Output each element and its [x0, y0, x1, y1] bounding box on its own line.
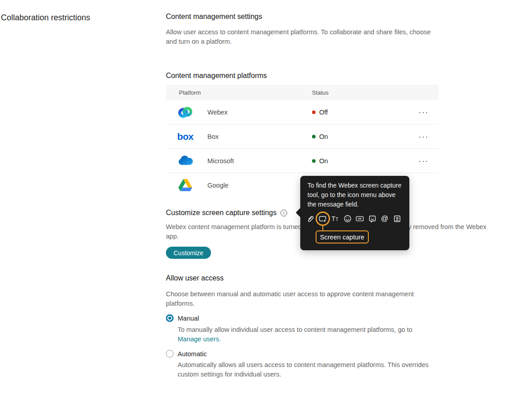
sticker-icon [368, 215, 376, 223]
screen-capture-description-line2: app. [166, 233, 179, 240]
table-row-microsoft: Microsoft On ··· [166, 149, 439, 173]
radio-label[interactable]: Automatic [178, 350, 206, 358]
status-cell: On [312, 133, 328, 140]
row-menu-button[interactable]: ··· [416, 106, 431, 118]
status-dot [312, 159, 316, 163]
mention-icon: @ [381, 215, 389, 223]
radio-unselected-control[interactable] [166, 350, 174, 358]
svg-text:GIF: GIF [358, 217, 362, 220]
onedrive-cloud-icon [177, 153, 193, 169]
tooltip-text: To find the Webex screen capture tool, g… [307, 181, 405, 209]
status-dot [312, 135, 316, 138]
customize-screen-capture-heading: Customize screen capture settings [166, 209, 276, 217]
manual-description-text: To manually allow individual user access… [178, 326, 413, 333]
collaboration-restrictions-page: Collaboration restrictions Content manag… [0, 0, 532, 395]
manage-users-link[interactable]: Manage users. [178, 335, 430, 344]
status-text: Off [319, 109, 328, 116]
screen-capture-highlight-ring [316, 211, 330, 226]
automatic-description: Automatically allows all users access to… [178, 360, 444, 379]
screen-capture-icon [319, 215, 327, 223]
radio-selected-control[interactable] [166, 314, 174, 322]
platform-name: Box [207, 133, 219, 140]
platform-name: Google [207, 182, 229, 189]
status-cell: On [312, 157, 328, 165]
screen-capture-label: Screen capture [316, 230, 369, 243]
emoji-icon [344, 215, 352, 223]
status-column-header: Status [312, 89, 329, 96]
status-cell: Off [312, 109, 328, 116]
screen-capture-description-left: Webex content management platform is tur… [166, 223, 302, 230]
radio-automatic[interactable]: Automatic [166, 350, 206, 358]
row-menu-button[interactable]: ··· [416, 155, 431, 166]
google-drive-icon [177, 177, 193, 193]
table-row-box: box Box On ··· [166, 124, 439, 149]
customize-screen-capture-heading-row: Customize screen capture settings i [166, 209, 287, 217]
gif-icon: GIF [356, 215, 364, 223]
platform-name: Microsoft [207, 157, 234, 165]
status-dot [312, 110, 316, 114]
screen-capture-description-right: y removed from the Webex [408, 223, 486, 230]
screen-capture-tooltip: To find the Webex screen capture tool, g… [300, 176, 409, 250]
ellipsis-icon: ··· [418, 132, 429, 141]
row-menu-button[interactable]: ··· [416, 131, 431, 142]
content-management-settings-description: Allow user access to content management … [166, 28, 440, 46]
table-row-webex: Webex Off ··· [166, 100, 439, 124]
info-icon[interactable]: i [280, 210, 287, 216]
radio-label[interactable]: Manual [178, 315, 199, 322]
table-header-row: Platform Status [166, 85, 439, 100]
customize-button[interactable]: Customize [166, 247, 211, 259]
radio-manual[interactable]: Manual [166, 314, 199, 322]
platform-column-header: Platform [166, 89, 201, 96]
platforms-heading: Content management platforms [166, 72, 267, 80]
tooltip-icon-row: Tt GIF [306, 215, 401, 223]
text-format-icon: Tt [331, 215, 339, 223]
platform-name: Webex [207, 109, 228, 116]
status-text: On [319, 157, 328, 165]
content-management-settings-heading: Content management settings [166, 13, 262, 21]
allow-user-access-description: Choose between manual and automatic user… [166, 289, 421, 308]
tooltip-pointer-icon [296, 208, 305, 217]
attachment-icon [306, 215, 314, 223]
ellipsis-icon: ··· [418, 108, 429, 116]
box-logo-icon: box [177, 129, 193, 145]
page-title: Collaboration restrictions [1, 13, 90, 23]
status-text: On [319, 133, 328, 140]
webex-logo-icon [177, 104, 193, 120]
allow-user-access-heading: Allow user access [166, 274, 224, 282]
ellipsis-icon: ··· [418, 156, 429, 165]
manual-description: To manually allow individual user access… [178, 325, 430, 344]
contact-card-icon [393, 215, 401, 223]
